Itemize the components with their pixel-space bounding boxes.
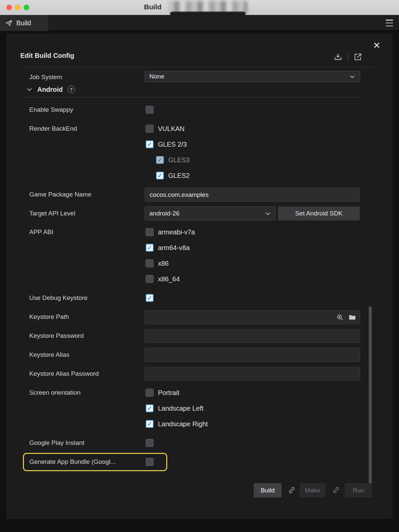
gles23-label: GLES 2/3: [158, 141, 187, 148]
generate-app-bundle-label: Generate App Bundle (Googl...: [29, 458, 116, 466]
job-system-select[interactable]: None: [145, 71, 360, 82]
window-title: Build: [144, 3, 162, 11]
tab-build-label: Build: [16, 19, 31, 27]
landscape-right-label: Landscape Right: [158, 420, 208, 428]
make-button[interactable]: Make: [300, 483, 326, 497]
render-backend-gles3-row: GLES3: [156, 156, 190, 164]
chevron-down-icon: [349, 73, 355, 80]
folder-icon[interactable]: [348, 313, 356, 322]
keystore-path-input[interactable]: [145, 310, 360, 324]
tab-build[interactable]: Build: [0, 15, 49, 31]
enable-swappy-row: [146, 106, 154, 114]
orientation-landscape-right-row: Landscape Right: [146, 420, 208, 428]
titlebar: Build: [0, 0, 399, 15]
target-api-level-value: android-26: [149, 210, 180, 217]
header-divider: [20, 67, 374, 67]
use-debug-keystore-label: Use Debug Keystore: [29, 294, 87, 302]
dialog-title: Edit Build Config: [20, 52, 74, 60]
help-icon[interactable]: ?: [67, 86, 75, 93]
run-button[interactable]: Run: [345, 483, 372, 497]
job-system-label: Job System: [29, 73, 62, 81]
abi-armeabi-row: armeabi-v7a: [146, 228, 195, 236]
gles2-label: GLES2: [168, 172, 190, 180]
render-backend-vulkan-row: VULKAN: [146, 125, 185, 133]
edit-build-config-dialog: ✕ Edit Build Config Job System None Andr…: [6, 33, 393, 519]
keystore-alias-password-input[interactable]: [145, 367, 360, 381]
zoom-icon[interactable]: [336, 313, 344, 322]
enable-swappy-label: Enable Swappy: [29, 106, 73, 113]
landscape-left-label: Landscape Left: [158, 405, 203, 412]
vertical-scrollbar[interactable]: [369, 306, 372, 486]
game-package-name-input[interactable]: [145, 188, 360, 202]
keystore-password-input[interactable]: [145, 329, 360, 343]
orientation-landscape-left-row: Landscape Left: [146, 404, 203, 412]
abi-x86-row: x86: [146, 259, 169, 267]
chevron-down-icon: [265, 210, 271, 217]
landscape-right-checkbox[interactable]: [146, 420, 154, 428]
keystore-alias-password-label: Keystore Alias Password: [29, 370, 99, 377]
link-icon[interactable]: [332, 486, 340, 495]
enable-swappy-checkbox[interactable]: [146, 106, 154, 114]
export-config-icon[interactable]: [353, 53, 362, 62]
portrait-checkbox[interactable]: [146, 389, 154, 397]
render-backend-gles2-row: GLES2: [156, 172, 190, 180]
keystore-alias-input[interactable]: [145, 348, 360, 362]
section-divider: [24, 97, 360, 97]
android-section-label: Android: [37, 86, 63, 93]
orientation-portrait-row: Portrait: [146, 389, 179, 397]
abi-arm64-row: arm64-v8a: [146, 244, 190, 252]
armeabi-v7a-checkbox[interactable]: [146, 228, 154, 236]
generate-app-bundle-row: [146, 458, 154, 466]
screen-orientation-label: Screen orientation: [29, 389, 80, 396]
gles2-checkbox[interactable]: [156, 172, 164, 180]
vulkan-label: VULKAN: [158, 125, 185, 133]
job-system-value: None: [149, 73, 164, 80]
abi-x86-64-row: x86_64: [146, 275, 180, 283]
x86-64-checkbox[interactable]: [146, 275, 154, 283]
target-api-level-label: Target API Level: [29, 210, 75, 217]
armeabi-v7a-label: armeabi-v7a: [158, 228, 195, 236]
paper-plane-icon: [5, 19, 13, 27]
close-window-button[interactable]: [6, 5, 12, 10]
google-play-instant-label: Google Play Instant: [29, 439, 84, 447]
arm64-v8a-label: arm64-v8a: [158, 244, 190, 252]
landscape-left-checkbox[interactable]: [146, 404, 154, 412]
tab-bar: Build: [0, 15, 399, 31]
header-separator: [348, 53, 348, 61]
google-play-instant-checkbox[interactable]: [146, 439, 154, 447]
minimize-window-button[interactable]: [15, 5, 21, 10]
x86-label: x86: [158, 260, 169, 267]
x86-checkbox[interactable]: [146, 259, 154, 267]
google-play-instant-row: [146, 439, 154, 447]
keystore-alias-label: Keystore Alias: [29, 351, 69, 358]
app-abi-label: APP ABI: [29, 228, 54, 236]
zoom-window-button[interactable]: [24, 5, 29, 10]
x86-64-label: x86_64: [158, 275, 180, 283]
build-button[interactable]: Build: [254, 483, 282, 497]
use-debug-keystore-row: [146, 294, 154, 302]
arm64-v8a-checkbox[interactable]: [146, 244, 154, 252]
generate-app-bundle-checkbox[interactable]: [146, 458, 154, 466]
link-icon[interactable]: [287, 486, 296, 495]
gles3-label: GLES3: [168, 156, 190, 164]
panel-menu-icon[interactable]: [386, 20, 393, 26]
android-section-header[interactable]: Android ?: [26, 86, 75, 93]
use-debug-keystore-checkbox[interactable]: [146, 294, 154, 302]
portrait-label: Portrait: [158, 389, 179, 397]
import-config-icon[interactable]: [333, 53, 342, 62]
collapse-chevron-icon: [26, 86, 33, 93]
target-api-level-select[interactable]: android-26: [145, 206, 276, 220]
gles23-checkbox[interactable]: [146, 140, 154, 148]
game-package-name-label: Game Package Name: [29, 191, 91, 198]
gles3-checkbox[interactable]: [156, 156, 164, 164]
keystore-path-label: Keystore Path: [29, 313, 69, 321]
close-icon[interactable]: ✕: [371, 40, 382, 51]
render-backend-gles23-row: GLES 2/3: [146, 140, 187, 148]
set-android-sdk-button[interactable]: Set Android SDK: [278, 206, 360, 220]
keystore-password-label: Keystore Password: [29, 332, 84, 339]
render-backend-label: Render BackEnd: [29, 125, 77, 132]
vulkan-checkbox[interactable]: [146, 125, 154, 133]
